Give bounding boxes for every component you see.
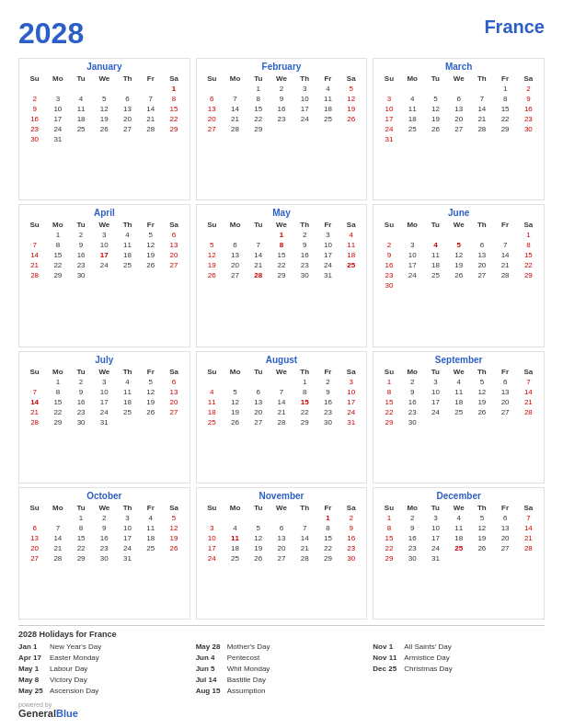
calendar-day: 26 <box>424 124 447 134</box>
calendar-day: 3 <box>424 513 447 523</box>
calendar-day: 6 <box>494 513 517 523</box>
holiday-date: May 8 <box>18 675 46 686</box>
calendar-day: 29 <box>69 553 92 563</box>
calendar-day: 24 <box>401 270 424 280</box>
calendar-day <box>494 417 517 427</box>
month-block-july: JulySuMoTuWeThFrSa1234567891011121314151… <box>18 351 190 483</box>
calendar-day: 20 <box>247 407 270 417</box>
calendar-day: 3 <box>116 513 139 523</box>
calendar-day: 21 <box>293 543 316 553</box>
holiday-name: Pentecost <box>227 653 260 664</box>
calendar-day: 12 <box>201 250 224 260</box>
calendar-day: 2 <box>93 513 116 523</box>
calendar-day: 2 <box>69 377 92 387</box>
calendar-day <box>270 513 293 523</box>
calendar-day: 30 <box>293 270 316 280</box>
day-header: Th <box>116 74 139 84</box>
calendar-day: 24 <box>424 543 447 553</box>
calendar-day: 9 <box>401 387 424 397</box>
calendar-table: SuMoTuWeThFrSa12345678910111213141516171… <box>23 367 186 427</box>
day-header: Mo <box>224 220 247 230</box>
day-header: Mo <box>224 367 247 377</box>
calendar-day: 11 <box>447 523 470 533</box>
calendar-day: 6 <box>201 94 224 104</box>
day-header: Su <box>377 74 400 84</box>
calendar-day: 17 <box>401 260 424 270</box>
calendar-day: 23 <box>93 543 116 553</box>
calendar-day: 21 <box>247 260 270 270</box>
calendar-day <box>401 84 424 94</box>
calendar-day: 30 <box>69 417 92 427</box>
calendar-day <box>201 230 224 240</box>
month-block-may: MaySuMoTuWeThFrSa12345678910111213141516… <box>196 204 368 347</box>
day-header: Fr <box>139 220 162 230</box>
calendar-day: 25 <box>201 417 224 427</box>
calendar-day: 4 <box>69 94 92 104</box>
day-header: Su <box>201 220 224 230</box>
calendar-day: 2 <box>316 377 339 387</box>
calendar-day: 25 <box>116 407 139 417</box>
calendar-day: 11 <box>139 523 162 533</box>
day-header: Tu <box>69 220 92 230</box>
day-header: Th <box>470 367 493 377</box>
calendar-day: 1 <box>377 513 400 523</box>
calendar-day: 17 <box>93 397 116 407</box>
calendar-day <box>401 230 424 240</box>
calendar-day: 10 <box>201 533 224 543</box>
month-block-november: NovemberSuMoTuWeThFrSa123456789101112131… <box>196 487 368 620</box>
calendar-day <box>447 134 470 144</box>
calendar-day: 14 <box>23 397 46 407</box>
calendar-day: 27 <box>270 553 293 563</box>
month-name: August <box>201 355 363 365</box>
day-header: Fr <box>316 503 339 513</box>
month-name: November <box>201 491 363 501</box>
holiday-item: Nov 1All Saints' Day <box>373 642 545 653</box>
calendar-day <box>224 513 247 523</box>
calendar-day: 28 <box>517 407 540 417</box>
calendar-day: 13 <box>162 387 185 397</box>
holiday-date: Apr 17 <box>18 653 46 664</box>
calendar-day: 23 <box>270 114 293 124</box>
calendar-day: 5 <box>139 230 162 240</box>
calendar-day: 3 <box>293 84 316 94</box>
calendar-day: 30 <box>377 280 400 290</box>
calendar-day: 3 <box>339 377 362 387</box>
calendar-day: 6 <box>470 240 493 250</box>
calendar-day: 8 <box>46 387 69 397</box>
calendar-table: SuMoTuWeThFrSa12345678910111213141516171… <box>23 503 186 563</box>
calendar-day <box>293 513 316 523</box>
calendar-table: SuMoTuWeThFrSa12345678910111213141516171… <box>377 220 540 290</box>
calendar-day <box>447 417 470 427</box>
calendar-day: 8 <box>377 387 400 397</box>
calendar-day: 23 <box>377 270 400 280</box>
calendar-day: 16 <box>316 397 339 407</box>
calendar-table: SuMoTuWeThFrSa12345678910111213141516171… <box>201 74 363 134</box>
day-header: Mo <box>224 74 247 84</box>
calendar-day: 16 <box>339 533 362 543</box>
calendar-day: 23 <box>517 114 540 124</box>
calendar-day: 7 <box>470 94 493 104</box>
calendar-day <box>424 230 447 240</box>
day-header: We <box>447 74 470 84</box>
holiday-date: Jun 4 <box>196 653 224 664</box>
day-header: Su <box>23 367 46 377</box>
calendar-day: 22 <box>293 407 316 417</box>
calendar-day <box>247 230 270 240</box>
calendar-day: 25 <box>339 260 362 270</box>
calendar-day: 5 <box>247 523 270 533</box>
day-header: Tu <box>69 74 92 84</box>
calendar-day: 4 <box>116 230 139 240</box>
calendar-day: 26 <box>224 417 247 427</box>
holiday-name: Ascension Day <box>50 686 98 697</box>
calendar-day: 4 <box>401 94 424 104</box>
calendar-day <box>162 134 185 144</box>
calendar-day <box>93 84 116 94</box>
calendar-day: 27 <box>494 407 517 417</box>
calendar-day: 13 <box>162 240 185 250</box>
calendar-day: 5 <box>447 240 470 250</box>
day-header: Tu <box>247 367 270 377</box>
calendar-day <box>470 230 493 240</box>
calendar-day: 29 <box>46 270 69 280</box>
day-header: Fr <box>494 74 517 84</box>
calendar-day: 10 <box>339 387 362 397</box>
